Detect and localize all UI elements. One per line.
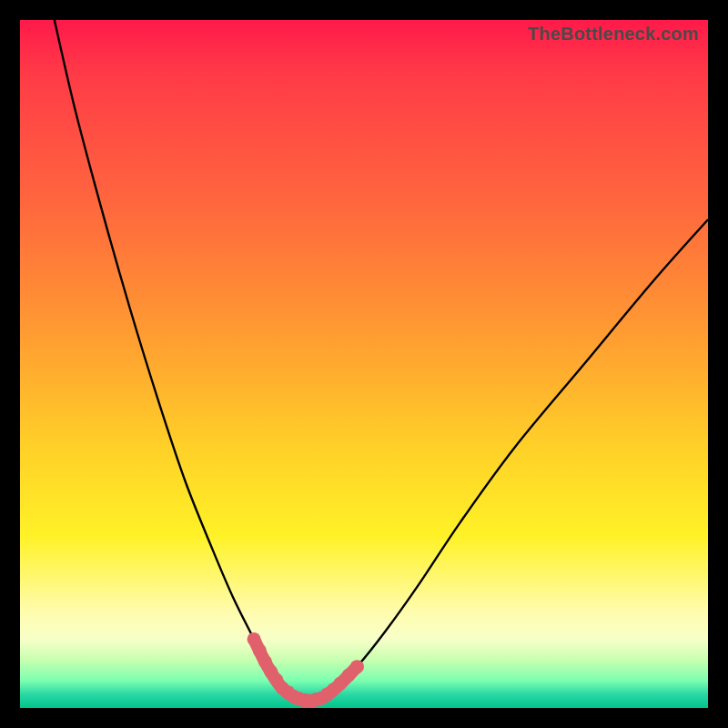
chart-frame: TheBottleneck.com (20, 20, 708, 708)
bottleneck-curve (55, 20, 708, 701)
bottleneck-curve-svg (20, 20, 708, 708)
sweet-spot-dots (248, 632, 364, 708)
sweet-spot-bead (350, 660, 364, 673)
